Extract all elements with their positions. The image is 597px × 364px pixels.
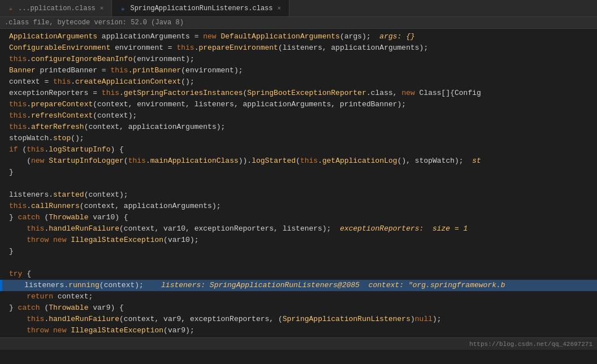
code-line: } catch (Throwable var10) { [0,212,597,223]
file-info-bar: .class file, bytecode version: 52.0 (Jav… [0,17,597,29]
line-gutter [0,99,5,110]
code-line: } [0,246,597,257]
line-gutter [0,189,5,201]
code-line: context = this.createApplicationContext(… [0,76,597,88]
line-gutter [0,201,5,212]
line-gutter [0,178,5,189]
line-content: this.refreshContext(context); [5,110,597,122]
line-gutter [0,246,5,257]
code-line: return context; [0,291,597,302]
line-content: this.handleRunFailure(context, var9, exc… [5,314,597,325]
tab-springapprunlisteners[interactable]: ☕ SpringApplicationRunListeners.class × [112,0,289,16]
line-gutter [0,122,5,133]
line-gutter [0,42,5,54]
line-content: } [5,167,597,178]
line-gutter [0,268,5,280]
line-gutter [0,257,5,268]
code-line: } catch (Throwable var9) { [0,302,597,314]
code-line: ConfigurableEnvironment environment = th… [0,42,597,54]
line-gutter [0,314,5,325]
line-gutter [0,223,5,235]
tab-close-1[interactable]: × [99,5,105,12]
code-line: this.configureIgnoreBeanInfo(environment… [0,54,597,65]
code-line: exceptionReporters = this.getSpringFacto… [0,88,597,99]
line-content: if (this.logStartupInfo) { [5,144,597,155]
line-content: return context; [5,291,597,302]
line-content: this.prepareContext(context, environment… [5,99,597,110]
code-line: this.handleRunFailure(context, var9, exc… [0,314,597,325]
tab-bar: ☕ ...pplication.class × ☕ SpringApplicat… [0,0,597,17]
code-line-highlighted: listeners.running(context); listeners: S… [0,280,597,291]
line-gutter [0,76,5,88]
code-content: ApplicationArguments applicationArgument… [0,29,597,350]
line-gutter [0,325,5,336]
code-line: throw new IllegalStateException(var9); [0,325,597,336]
line-content: } [5,246,597,257]
code-line: this.refreshContext(context); [0,110,597,122]
line-gutter [0,31,5,42]
line-content: } catch (Throwable var9) { [5,302,597,314]
line-content: try { [5,268,597,280]
code-line: this.callRunners(context, applicationArg… [0,201,597,212]
line-content: exceptionReporters = this.getSpringFacto… [5,88,597,99]
status-url: https://blog.csdn.net/qq_42697271 [469,341,592,348]
tab-close-2[interactable]: × [276,5,282,12]
code-area: ApplicationArguments applicationArgument… [0,29,597,350]
code-line: (new StartupInfoLogger(this.mainApplicat… [0,155,597,167]
line-gutter [0,155,5,167]
line-content: ConfigurableEnvironment environment = th… [5,42,597,54]
code-line: if (this.logStartupInfo) { [0,144,597,155]
line-gutter [0,302,5,314]
line-gutter [0,291,5,302]
code-line: } [0,167,597,178]
line-content: stopWatch.stop(); [5,133,597,144]
line-content: this.afterRefresh(context, applicationAr… [5,122,597,133]
tab-application[interactable]: ☕ ...pplication.class × [0,0,112,16]
line-content: this.callRunners(context, applicationArg… [5,201,597,212]
line-content: listeners.started(context); [5,189,597,201]
line-gutter [0,144,5,155]
line-content: throw new IllegalStateException(var9); [5,325,597,336]
code-line: throw new IllegalStateException(var10); [0,235,597,246]
code-line [0,257,597,268]
line-content: } catch (Throwable var10) { [5,212,597,223]
line-gutter [0,110,5,122]
line-gutter [0,88,5,99]
line-gutter [0,54,5,65]
line-content: ApplicationArguments applicationArgument… [5,31,597,42]
line-content: throw new IllegalStateException(var10); [5,235,597,246]
code-line: listeners.started(context); [0,189,597,201]
line-gutter [0,212,5,223]
java-icon-2: ☕ [119,5,127,12]
code-line: try { [0,268,597,280]
line-content: this.configureIgnoreBeanInfo(environment… [5,54,597,65]
tab-label-2: SpringApplicationRunListeners.class [130,5,272,12]
line-content: (new StartupInfoLogger(this.mainApplicat… [5,155,597,167]
file-info-text: .class file, bytecode version: 52.0 (Jav… [5,19,184,27]
app-container: ☕ ...pplication.class × ☕ SpringApplicat… [0,0,597,350]
code-line: Banner printedBanner = this.printBanner(… [0,65,597,76]
line-gutter [0,133,5,144]
code-line: this.prepareContext(context, environment… [0,99,597,110]
code-line: stopWatch.stop(); [0,133,597,144]
code-line [0,178,597,189]
code-line: this.afterRefresh(context, applicationAr… [0,122,597,133]
line-content [5,257,597,268]
line-content: context = this.createApplicationContext(… [5,76,597,88]
tab-label-1: ...pplication.class [18,5,96,12]
line-gutter [0,235,5,246]
line-content: Banner printedBanner = this.printBanner(… [5,65,597,76]
line-gutter [0,65,5,76]
line-content: listeners.running(context); listeners: S… [2,280,597,291]
code-line: this.handleRunFailure(context, var10, ex… [0,223,597,235]
java-icon-1: ☕ [7,5,15,12]
line-content [5,178,597,189]
line-content: this.handleRunFailure(context, var10, ex… [5,223,597,235]
status-bar: https://blog.csdn.net/qq_42697271 [0,337,597,350]
line-gutter [0,167,5,178]
code-line: ApplicationArguments applicationArgument… [0,31,597,42]
